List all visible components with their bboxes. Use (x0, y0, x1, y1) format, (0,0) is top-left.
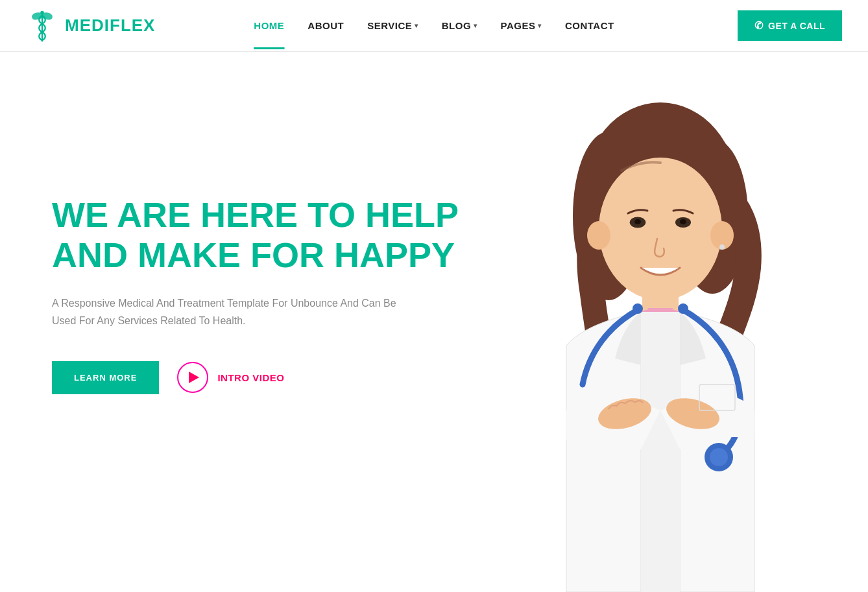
nav-item-service[interactable]: SERVICE ▾ (367, 20, 418, 31)
get-call-label: GET A CALL (768, 21, 825, 31)
hero-image (492, 52, 829, 592)
svg-point-14 (719, 244, 725, 250)
svg-point-17 (633, 303, 643, 314)
navbar: MEDIFLEX HOME ABOUT SERVICE ▾ BLOG ▾ (0, 0, 868, 52)
get-call-button[interactable]: ✆ GET A CALL (738, 10, 842, 41)
svg-point-10 (680, 219, 686, 224)
learn-more-label: LEARN MORE (74, 373, 137, 383)
doctor-placeholder (492, 86, 829, 592)
hero-title: WE ARE HERE TO HELP AND MAKE FOR HAPPY (52, 195, 492, 275)
nav-item-contact[interactable]: CONTACT (565, 20, 614, 31)
nav-link-home[interactable]: HOME (254, 20, 284, 31)
nav-link-service[interactable]: SERVICE ▾ (367, 20, 418, 31)
nav-item-blog[interactable]: BLOG ▾ (442, 20, 477, 31)
intro-video-button[interactable]: INTRO VIDEO (177, 362, 284, 393)
nav-link-pages[interactable]: PAGES ▾ (501, 20, 542, 31)
nav-link-blog[interactable]: BLOG ▾ (442, 20, 477, 31)
nav-link-contact[interactable]: CONTACT (565, 20, 614, 31)
hero-subtitle: A Responsive Medical And Treatment Templ… (52, 294, 415, 329)
hero-buttons: LEARN MORE INTRO VIDEO (52, 361, 492, 394)
hero-content: WE ARE HERE TO HELP AND MAKE FOR HAPPY A… (52, 52, 492, 394)
logo-area[interactable]: MEDIFLEX (26, 10, 155, 42)
svg-point-1 (40, 10, 43, 14)
brand-name: MEDIFLEX (65, 16, 155, 36)
nav-links: HOME ABOUT SERVICE ▾ BLOG ▾ PAGES ▾ (254, 20, 614, 31)
nav-link-about[interactable]: ABOUT (307, 20, 344, 31)
pages-dropdown-arrow: ▾ (538, 22, 542, 29)
hero-title-line2: AND MAKE FOR HAPPY (52, 235, 455, 274)
doctor-svg (492, 86, 829, 592)
service-dropdown-arrow: ▾ (415, 22, 418, 29)
intro-video-label: INTRO VIDEO (217, 372, 284, 383)
play-icon (189, 372, 199, 383)
blog-dropdown-arrow: ▾ (474, 22, 477, 29)
svg-point-18 (678, 303, 688, 314)
hero-section: WE ARE HERE TO HELP AND MAKE FOR HAPPY A… (0, 52, 868, 592)
learn-more-button[interactable]: LEARN MORE (52, 361, 159, 394)
phone-icon: ✆ (754, 19, 764, 32)
svg-point-20 (710, 448, 728, 466)
svg-rect-16 (641, 312, 680, 592)
svg-point-9 (634, 219, 641, 224)
nav-item-about[interactable]: ABOUT (307, 20, 344, 31)
svg-point-6 (599, 158, 722, 300)
nav-item-pages[interactable]: PAGES ▾ (501, 20, 542, 31)
logo-icon (26, 10, 58, 42)
play-circle (177, 362, 208, 393)
nav-item-home[interactable]: HOME (254, 20, 284, 31)
svg-point-12 (587, 221, 610, 250)
hero-title-line1: WE ARE HERE TO HELP (52, 195, 459, 234)
